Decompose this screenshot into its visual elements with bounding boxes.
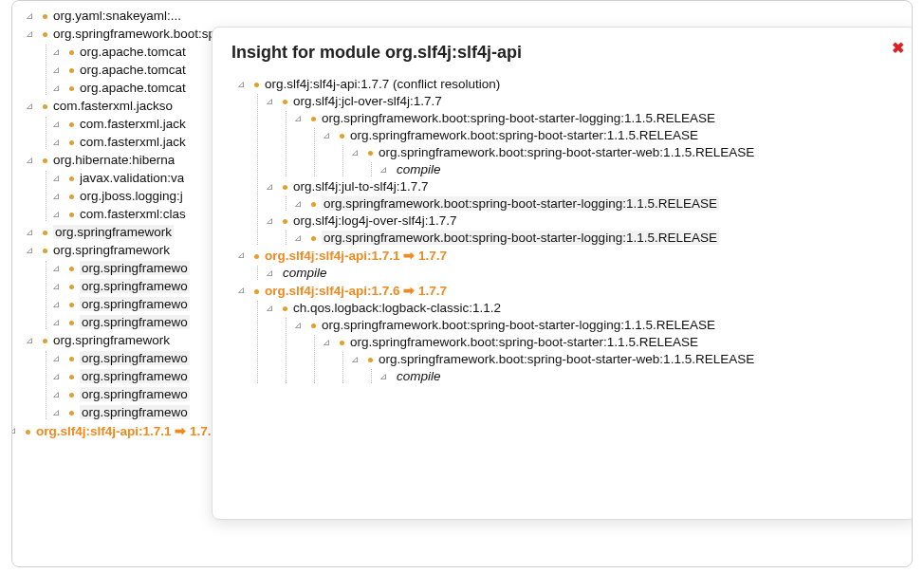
- node-label: com.fasterxml.jackso: [53, 99, 173, 113]
- node-label: org.slf4j:slf4j-api:1.7.1 ➡ 1.7.7: [265, 249, 447, 263]
- node-label: org.springframework.boot:spring-boot-sta…: [379, 352, 754, 366]
- bullet-icon: [340, 341, 344, 345]
- tree-node[interactable]: compile: [266, 266, 896, 280]
- node-label: org.slf4j:slf4j-api:1.7.6 ➡ 1.7.7: [265, 284, 447, 298]
- dialog-title: Insight for module org.slf4j:slf4j-api: [231, 43, 896, 63]
- bullet-icon: [69, 285, 74, 289]
- node-label: org.springframework.boot:spring-boot-sta…: [322, 231, 719, 245]
- bullet-icon: [69, 321, 74, 325]
- bullet-icon: [69, 267, 74, 271]
- tree-node[interactable]: org.slf4j:jul-to-slf4j:1.7.7 org.springf…: [266, 179, 896, 211]
- bullet-icon: [43, 104, 47, 109]
- node-label: org.springframewo: [80, 351, 190, 365]
- tree-node[interactable]: ch.qos.logback:logback-classic:1.1.2 org…: [266, 301, 896, 383]
- tree-node[interactable]: compile: [379, 162, 896, 176]
- tree-node[interactable]: org.slf4j:log4j-over-slf4j:1.7.7 org.spr…: [266, 213, 896, 245]
- node-label: org.springframewo: [80, 387, 190, 401]
- tree-node[interactable]: org.springframework.boot:spring-boot-sta…: [323, 128, 896, 176]
- bullet-icon: [69, 50, 74, 55]
- bullet-icon: [26, 430, 30, 434]
- node-label: org.hibernate:hiberna: [53, 153, 175, 167]
- tree-node[interactable]: org.slf4j:slf4j-api:1.7.7 (conflict reso…: [237, 77, 896, 245]
- bullet-icon: [254, 289, 259, 294]
- tree-node[interactable]: org.springframework.boot:spring-boot-sta…: [294, 196, 896, 211]
- node-label: org.springframework.boot:spring-boot-sta…: [350, 128, 698, 142]
- bullet-icon: [43, 14, 47, 19]
- node-label: org.springframework.boot:spring-boot-sta…: [350, 335, 698, 349]
- node-label: org.springframewo: [80, 261, 190, 275]
- node-label: org.springframework: [53, 333, 170, 347]
- bullet-icon: [69, 140, 74, 145]
- bullet-icon: [69, 176, 74, 181]
- tree-node[interactable]: org.springframework.boot:spring-boot-sta…: [351, 145, 896, 176]
- bullet-icon: [283, 219, 287, 224]
- bullet-icon: [43, 32, 47, 37]
- close-icon[interactable]: ✖: [892, 39, 904, 57]
- tree-node[interactable]: org.springframework.boot:spring-boot-sta…: [294, 111, 896, 176]
- bullet-icon: [69, 68, 74, 73]
- node-label: org.apache.tomcat: [80, 45, 186, 59]
- bullet-icon: [283, 306, 287, 311]
- bullet-icon: [69, 122, 74, 127]
- node-label: org.springframework: [53, 243, 170, 257]
- bullet-icon: [69, 303, 74, 307]
- bullet-icon: [69, 213, 74, 217]
- node-label: org.slf4j:jul-to-slf4j:1.7.7: [293, 179, 429, 194]
- node-label: org.springframework.boot:spring-boot-sta…: [322, 196, 719, 211]
- tree-node[interactable]: org.yaml:snakeyaml:...: [26, 9, 902, 23]
- node-label: compile: [283, 266, 327, 280]
- node-label: org.yaml:snakeyaml:...: [53, 9, 181, 23]
- tree-node[interactable]: org.slf4j:jcl-over-slf4j:1.7.7 org.sprin…: [266, 94, 896, 176]
- node-label: org.springframewo: [80, 279, 190, 293]
- node-label: org.slf4j:slf4j-api:1.7.1 ➡ 1.7.7: [36, 424, 218, 438]
- bullet-icon: [43, 339, 47, 343]
- bullet-icon: [69, 393, 74, 397]
- node-label: org.jboss.logging:j: [80, 189, 183, 203]
- bullet-icon: [69, 357, 74, 361]
- insight-dialog: ✖ Insight for module org.slf4j:slf4j-api…: [212, 27, 913, 520]
- node-label: org.springframewo: [80, 405, 190, 419]
- tree-node[interactable]: org.springframework.boot:spring-boot-sta…: [323, 335, 896, 383]
- bullet-icon: [69, 375, 74, 379]
- tree-node-conflict[interactable]: org.slf4j:slf4j-api:1.7.1 ➡ 1.7.7 compil…: [237, 248, 896, 280]
- tree-node[interactable]: compile: [379, 369, 896, 383]
- bullet-icon: [368, 358, 373, 362]
- bullet-icon: [254, 83, 259, 87]
- bullet-icon: [340, 134, 344, 139]
- node-label: org.springframework: [53, 225, 174, 239]
- node-label: org.apache.tomcat: [80, 63, 186, 77]
- node-label: org.slf4j:jcl-over-slf4j:1.7.7: [293, 94, 442, 108]
- bullet-icon: [43, 231, 47, 235]
- node-label: org.springframework.boot:spring-boot-sta…: [379, 145, 754, 159]
- bullet-icon: [43, 249, 47, 253]
- tree-node[interactable]: org.springframework.boot:spring-boot-sta…: [351, 352, 896, 383]
- tree-node[interactable]: org.springframework.boot:spring-boot-sta…: [294, 318, 896, 383]
- bullet-icon: [368, 151, 373, 156]
- node-label: org.springframewo: [80, 315, 190, 329]
- bullet-icon: [69, 194, 74, 199]
- bullet-icon: [69, 86, 74, 91]
- tree-node-conflict[interactable]: org.slf4j:slf4j-api:1.7.6 ➡ 1.7.7 ch.qos…: [237, 283, 896, 383]
- bullet-icon: [283, 185, 287, 190]
- bullet-icon: [254, 254, 259, 259]
- bullet-icon: [311, 323, 316, 328]
- node-label: javax.validation:va: [80, 171, 184, 185]
- node-label: ch.qos.logback:logback-classic:1.1.2: [293, 301, 501, 315]
- tree-node[interactable]: org.springframework.boot:spring-boot-sta…: [294, 231, 896, 245]
- tree-container: org.yaml:snakeyaml:... org.springframewo…: [11, 0, 913, 567]
- node-label: org.springframework.boot:spring-boot-sta…: [322, 111, 715, 125]
- node-label: com.fasterxml:clas: [80, 207, 186, 221]
- node-label: org.apache.tomcat: [80, 81, 186, 95]
- node-label: org.slf4j:log4j-over-slf4j:1.7.7: [293, 213, 457, 228]
- node-label: org.springframewo: [80, 369, 190, 383]
- bullet-icon: [69, 411, 74, 416]
- insight-tree: org.slf4j:slf4j-api:1.7.7 (conflict reso…: [231, 72, 896, 383]
- bullet-icon: [311, 202, 316, 207]
- bullet-icon: [283, 100, 287, 104]
- node-label: org.slf4j:slf4j-api:1.7.7 (conflict reso…: [265, 77, 500, 91]
- bullet-icon: [311, 236, 316, 241]
- node-label: org.springframewo: [80, 297, 190, 311]
- node-label: compile: [397, 369, 441, 383]
- node-label: compile: [397, 162, 441, 176]
- node-label: org.springframework.boot:spring-boot-sta…: [322, 318, 715, 332]
